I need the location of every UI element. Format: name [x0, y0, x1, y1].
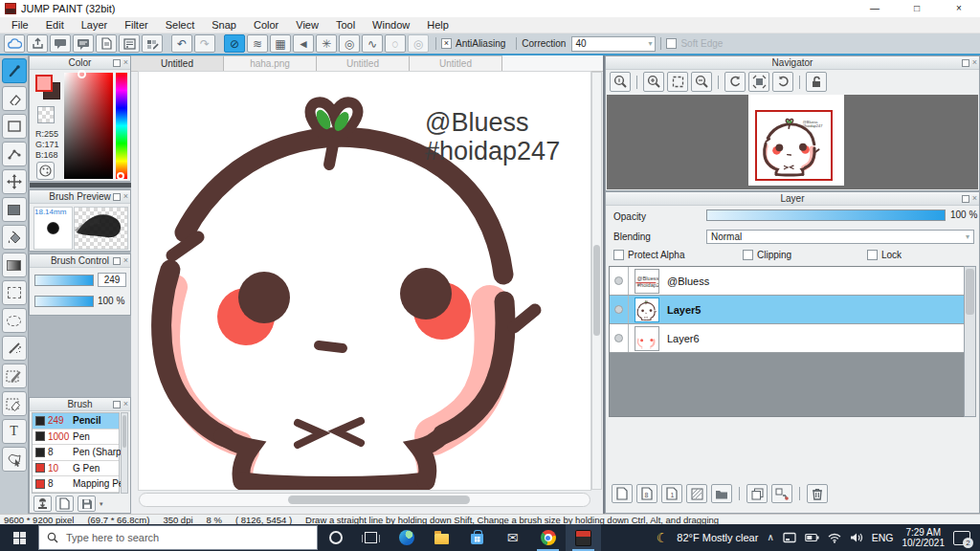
menu-file[interactable]: File	[3, 19, 37, 31]
settings-list-icon[interactable]	[119, 34, 140, 53]
menu-select[interactable]: Select	[157, 19, 204, 31]
menu-layer[interactable]: Layer	[73, 19, 117, 31]
canvas-tab-untitled-3[interactable]: Untitled	[410, 55, 502, 71]
edge-button[interactable]	[389, 524, 424, 551]
unlock-icon[interactable]	[806, 72, 827, 92]
speaker-icon[interactable]	[850, 532, 863, 543]
hue-indicator[interactable]	[117, 172, 124, 180]
duplicate-layer-button[interactable]	[746, 484, 768, 503]
popout-icon[interactable]	[113, 193, 121, 201]
brush-item-mapping-pen[interactable]: 8 Mapping Pe	[33, 476, 119, 493]
hue-bar[interactable]	[116, 73, 127, 179]
grid-edit-icon[interactable]	[142, 34, 163, 53]
brush-tool[interactable]	[2, 58, 27, 83]
eraser-tool[interactable]	[2, 86, 27, 111]
perspective-cone-icon[interactable]: ◄	[293, 34, 314, 53]
rotate-left-icon[interactable]	[724, 72, 746, 92]
select-eraser-tool[interactable]	[2, 391, 27, 416]
navigator-view-rect[interactable]	[755, 110, 833, 181]
weather-moon-icon[interactable]: ☾	[657, 531, 669, 544]
touchpad-icon[interactable]	[783, 532, 796, 543]
curve-icon[interactable]: ∿	[362, 34, 383, 53]
close-icon[interactable]: ×	[123, 400, 128, 408]
minimize-button[interactable]: —	[854, 0, 896, 17]
scatter-lines-icon[interactable]: ≋	[247, 34, 268, 53]
reset-rotation-icon[interactable]	[748, 72, 769, 92]
brush-item-pen[interactable]: 1000 Pen	[33, 430, 119, 446]
wifi-icon[interactable]	[828, 533, 841, 543]
popout-icon[interactable]	[962, 195, 969, 203]
dashed-circle-icon[interactable]: ◌	[385, 34, 406, 53]
menu-window[interactable]: Window	[364, 19, 418, 31]
shape-select-tool[interactable]	[2, 447, 27, 472]
file-explorer-button[interactable]	[424, 524, 459, 551]
brush-item-g-pen[interactable]: 10 G Pen	[33, 461, 119, 477]
taskbar-search[interactable]: Type here to search	[38, 525, 318, 550]
canvas-page[interactable]: @Bluess #hoidap247	[139, 72, 590, 490]
brush-list-scrollbar[interactable]	[121, 412, 128, 494]
new-folder-button[interactable]	[711, 484, 732, 503]
burst-lines-icon[interactable]: ✳	[316, 34, 337, 53]
canvas-viewport[interactable]: @Bluess #hoidap247	[131, 72, 603, 514]
redo-icon[interactable]: ↷	[194, 34, 215, 53]
notification-center-icon[interactable]: 2	[953, 531, 970, 545]
soft-edge-checkbox[interactable]	[666, 38, 677, 49]
magic-wand-tool[interactable]	[2, 336, 27, 361]
close-icon[interactable]: ×	[123, 58, 128, 67]
lock-checkbox[interactable]	[867, 250, 878, 260]
brush-item-pen-sharp[interactable]: 8 Pen (Sharp)	[33, 445, 119, 461]
menu-edit[interactable]: Edit	[37, 19, 73, 31]
language-indicator[interactable]: ENG	[872, 532, 894, 543]
menu-view[interactable]: View	[287, 19, 327, 31]
rotate-right-icon[interactable]	[772, 72, 793, 92]
canvas-tab-untitled-1[interactable]: Untitled	[131, 55, 224, 71]
cloud-icon[interactable]	[4, 34, 25, 53]
popout-icon[interactable]	[962, 59, 969, 67]
weather-text[interactable]: 82°F Mostly clear	[677, 532, 758, 543]
save-brush-button[interactable]	[78, 496, 96, 512]
halftone-grid-icon[interactable]: ▦	[270, 34, 291, 53]
store-button[interactable]	[459, 524, 495, 551]
menu-color[interactable]: Color	[245, 19, 287, 31]
close-icon[interactable]: ×	[972, 194, 977, 203]
close-button[interactable]: ×	[938, 0, 980, 17]
brush-opacity-slider[interactable]	[34, 296, 94, 307]
canvas-horizontal-scrollbar[interactable]	[139, 493, 590, 507]
sv-indicator[interactable]	[78, 70, 86, 78]
layer-list-scrollbar[interactable]	[964, 266, 976, 417]
navigator-preview[interactable]	[607, 95, 978, 189]
comment-box-icon[interactable]	[73, 34, 94, 53]
transfer-layer-button[interactable]	[771, 484, 792, 503]
lasso-select-tool[interactable]	[2, 308, 27, 333]
close-icon[interactable]: ×	[123, 256, 128, 265]
task-view-button[interactable]	[353, 524, 389, 551]
delete-layer-button[interactable]	[807, 484, 828, 503]
canvas-vertical-scrollbar[interactable]	[591, 72, 602, 490]
layer-visibility-toggle[interactable]	[610, 267, 629, 295]
zoom-in-icon[interactable]	[643, 72, 664, 92]
close-icon[interactable]: ×	[123, 192, 128, 201]
fit-screen-icon[interactable]	[667, 72, 688, 92]
correction-dropdown[interactable]: 40 ▾	[571, 36, 656, 52]
zoom-out-icon[interactable]	[691, 72, 712, 92]
maximize-button[interactable]: □	[896, 0, 938, 17]
navigator-thumbnail[interactable]	[748, 95, 844, 186]
concentric-icon[interactable]: ◎	[339, 34, 360, 53]
canvas-tab-untitled-2[interactable]: Untitled	[317, 55, 410, 71]
vscroll-thumb[interactable]	[593, 245, 600, 336]
jump-paint-button[interactable]	[566, 524, 601, 551]
palette-button[interactable]	[36, 162, 55, 180]
close-icon[interactable]: ×	[972, 58, 977, 67]
layer-visibility-toggle[interactable]	[610, 324, 629, 352]
panel-resize-handle[interactable]	[30, 183, 132, 187]
new-halftone-layer-button[interactable]	[686, 484, 707, 503]
chevron-down-icon[interactable]: ▾	[100, 500, 103, 508]
undo-icon[interactable]: ↶	[171, 34, 192, 53]
foreground-color-swatch[interactable]	[35, 75, 53, 92]
opacity-slider[interactable]	[706, 209, 946, 221]
shape-rect-tool[interactable]	[2, 114, 27, 139]
new-layer-button[interactable]	[612, 484, 633, 503]
document-icon[interactable]	[96, 34, 117, 53]
no-correction-icon[interactable]: ⊘	[224, 34, 245, 53]
new-8bit-layer-button[interactable]: 8	[636, 484, 657, 503]
